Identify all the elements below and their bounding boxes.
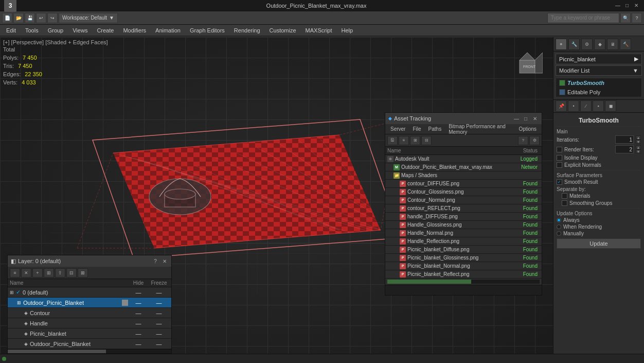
redo-button[interactable]: ↪ <box>47 13 58 23</box>
when-rendering-radio[interactable] <box>557 224 561 229</box>
render-iters-input[interactable]: 2 <box>615 145 634 153</box>
asset-row-png-7[interactable]: P Handle_Reflection.png Found <box>385 237 542 246</box>
menu-modifiers[interactable]: Modifiers <box>119 26 150 34</box>
search-button[interactable]: 🔍 <box>620 13 631 23</box>
menu-views[interactable]: Views <box>68 26 92 34</box>
asset-minimize-btn[interactable]: — <box>513 115 520 122</box>
vert-btn[interactable]: • <box>568 100 579 112</box>
layer-item-default[interactable]: ⊞ ✓ 0 (default) — — <box>8 287 171 298</box>
layer-hide-picnic[interactable]: — <box>128 331 149 337</box>
asset-tool-4[interactable]: ⊟ <box>421 136 432 145</box>
layer-hide-contour[interactable]: — <box>128 310 149 316</box>
layer-tool-7[interactable]: ⊠ <box>78 268 88 278</box>
menu-help[interactable]: Help <box>337 26 357 34</box>
element-btn[interactable]: ◼ <box>605 100 616 112</box>
modifier-list-btn[interactable]: Modifier List ▼ <box>556 65 642 76</box>
asset-settings-btn[interactable]: ⚙ <box>529 136 540 145</box>
asset-row-vault[interactable]: ⊕ Autodesk Vault Logged <box>385 155 542 163</box>
asset-tool-1[interactable]: 🖻 <box>387 136 398 145</box>
save-button[interactable]: 💾 <box>25 13 35 23</box>
menu-edit[interactable]: Edit <box>2 26 20 34</box>
iterations-input[interactable]: 1 <box>615 135 634 144</box>
asset-menu-paths[interactable]: Paths <box>425 126 445 132</box>
layers-scrollbar[interactable] <box>8 349 171 353</box>
asset-row-png-5[interactable]: P Handle_Glossiness.png Found <box>385 221 542 229</box>
asset-row-png-6[interactable]: P Handle_Normal.png Found <box>385 229 542 237</box>
manually-radio[interactable] <box>557 231 561 236</box>
layer-tool-5[interactable]: ⇧ <box>55 268 65 278</box>
asset-close-btn[interactable]: ✕ <box>531 115 539 122</box>
modifier-turbosmooth[interactable]: TurboSmooth <box>556 78 641 88</box>
layer-tool-6[interactable]: ⊟ <box>66 268 77 278</box>
always-radio[interactable] <box>557 218 561 222</box>
undo-button[interactable]: ↩ <box>36 13 46 23</box>
smoothing-groups-check[interactable] <box>562 200 567 206</box>
menu-group[interactable]: Group <box>44 26 68 34</box>
layer-hide-default[interactable]: — <box>128 289 149 296</box>
asset-row-png-11[interactable]: P Picnic_blanket_Reflect.png Found <box>385 270 542 279</box>
smooth-result-check[interactable] <box>557 179 562 185</box>
iterations-up[interactable]: ▲ <box>636 135 641 140</box>
layer-hide-outdoor[interactable]: — <box>128 300 149 306</box>
render-iters-up[interactable]: ▲ <box>636 145 641 149</box>
menu-customize[interactable]: Customize <box>265 26 300 34</box>
asset-row-png-0[interactable]: P contour_DIFFUSE.png Found <box>385 180 542 188</box>
layer-tool-2[interactable]: ✕ <box>21 268 31 278</box>
layer-freeze-handle[interactable]: — <box>149 320 169 326</box>
explicit-normals-check[interactable] <box>557 162 562 168</box>
layers-titlebar[interactable]: ◧ Layer: 0 (default) ? ✕ <box>8 255 171 267</box>
layer-item-picnic-blanket[interactable]: ◈ Picnic_blanket — — <box>8 329 171 339</box>
layer-tool-4[interactable]: ⊞ <box>44 268 54 278</box>
menu-animation[interactable]: Animation <box>151 26 185 34</box>
workspace-dropdown[interactable]: Workspace: Default ▼ <box>59 13 118 23</box>
layer-hide-handle[interactable]: — <box>128 320 149 326</box>
asset-row-maps-folder[interactable]: 📁 Maps / Shaders <box>385 171 542 180</box>
open-button[interactable]: 📂 <box>13 13 24 23</box>
layer-freeze-contour[interactable]: — <box>149 310 169 316</box>
asset-row-png-2[interactable]: P Contour_Normal.png Found <box>385 196 542 204</box>
layer-item-contour[interactable]: ◈ Contour — — <box>8 308 171 318</box>
iterations-spinner[interactable]: ▲ ▼ <box>636 135 641 144</box>
menu-maxscript[interactable]: MAXScript <box>301 26 336 34</box>
pin-btn[interactable]: 📌 <box>556 100 567 112</box>
layer-tool-1[interactable]: ≡ <box>10 268 20 278</box>
search-box[interactable]: Type a keyword or phrase <box>547 13 619 23</box>
asset-help-btn[interactable]: ? <box>518 136 528 145</box>
asset-menu-server[interactable]: Server <box>387 126 408 132</box>
render-iters-down[interactable]: ▼ <box>636 149 641 153</box>
asset-maximize-btn[interactable]: □ <box>522 115 529 122</box>
minimize-button[interactable]: — <box>614 2 621 9</box>
layer-item-outdoor2[interactable]: ◈ Outdoor_Picnic_Blanket — — <box>8 339 171 349</box>
menu-create[interactable]: Create <box>93 26 118 34</box>
asset-tool-2[interactable]: ≡ <box>399 136 409 145</box>
asset-row-png-10[interactable]: P Picnic_blanket_Normal.png Found <box>385 262 542 270</box>
rp-display-btn[interactable]: 🖥 <box>607 39 618 50</box>
close-button[interactable]: ✕ <box>633 2 640 9</box>
asset-row-png-9[interactable]: P Picnic_blanket_Glossiness.png Found <box>385 254 542 262</box>
asset-row-png-4[interactable]: P handle_DIFFUSE.png Found <box>385 213 542 221</box>
maximize-button[interactable]: □ <box>623 2 631 9</box>
menu-tools[interactable]: Tools <box>21 26 43 34</box>
layer-freeze-outdoor[interactable]: — <box>149 300 169 306</box>
render-iters-check[interactable] <box>557 147 562 152</box>
layer-hide-outdoor2[interactable]: — <box>128 341 149 347</box>
asset-row-png-3[interactable]: P contour_REFLECT.png Found <box>385 204 542 213</box>
asset-menu-bitmap[interactable]: Bitmap Performance and Memory <box>445 124 514 135</box>
isoline-check[interactable] <box>557 155 562 161</box>
edge-btn[interactable]: ⁄ <box>580 100 592 112</box>
asset-row-png-8[interactable]: P Picnic_blanket_Diffuse.png Found <box>385 246 542 254</box>
new-button[interactable]: 📄 <box>2 13 12 23</box>
layer-freeze-default[interactable]: — <box>149 289 169 296</box>
layers-help-btn[interactable]: ? <box>152 257 159 265</box>
modifier-editable-poly[interactable]: Editable Poly <box>556 88 641 97</box>
update-button[interactable]: Update <box>557 238 641 249</box>
layer-freeze-picnic[interactable]: — <box>149 331 169 337</box>
menu-graph-editors[interactable]: Graph Editors <box>186 26 229 34</box>
face-btn[interactable]: ▪ <box>593 100 604 112</box>
menu-rendering[interactable]: Rendering <box>230 26 264 34</box>
asset-menu-file[interactable]: File <box>409 126 424 132</box>
asset-row-max-file[interactable]: M Outdoor_Picnic_Blanket_max_vray.max Ne… <box>385 163 542 171</box>
materials-check[interactable] <box>562 193 567 199</box>
render-iters-spinner[interactable]: ▲ ▼ <box>636 145 641 153</box>
rp-create-btn[interactable]: ✦ <box>556 39 567 50</box>
